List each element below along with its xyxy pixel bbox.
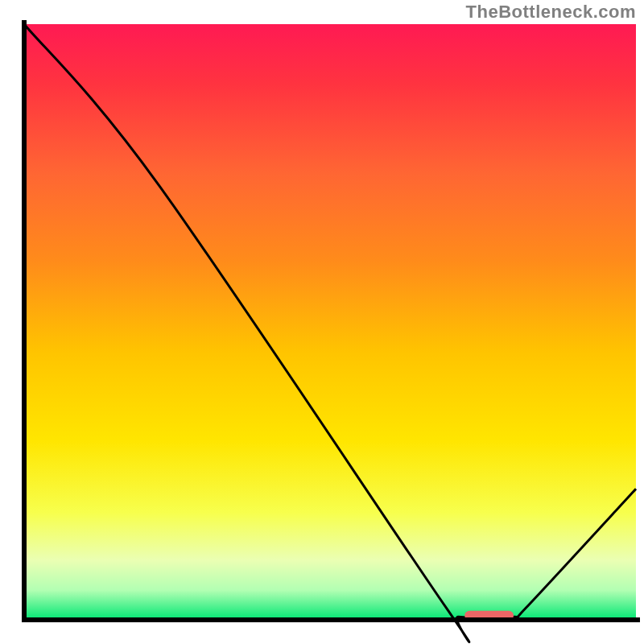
bottleneck-chart: TheBottleneck.com xyxy=(0,0,644,644)
watermark-text: TheBottleneck.com xyxy=(466,2,636,23)
plot-area xyxy=(24,23,638,642)
gradient-background xyxy=(24,24,636,620)
chart-svg xyxy=(0,0,644,644)
